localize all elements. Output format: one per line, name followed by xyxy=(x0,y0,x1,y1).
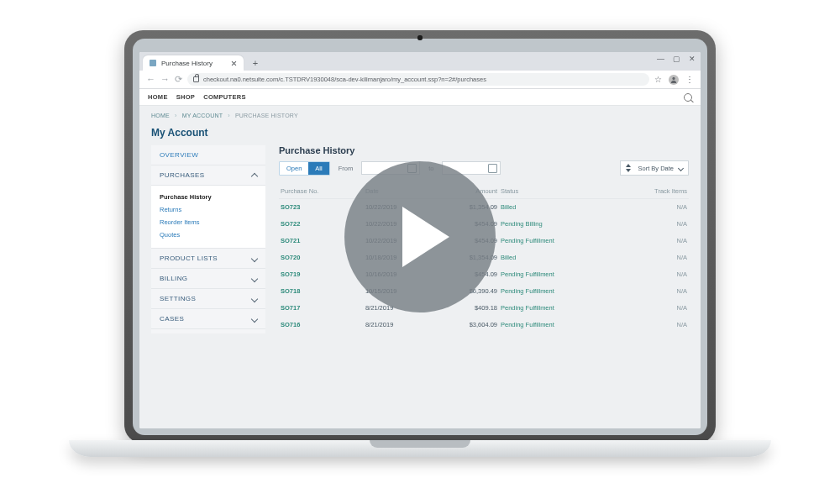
cell-track: N/A xyxy=(615,317,689,333)
cell-status: Pending Fulfillment xyxy=(499,317,615,333)
nav-forward-icon[interactable]: → xyxy=(160,74,170,85)
profile-avatar-icon[interactable] xyxy=(669,75,679,85)
sidebar-sub-reorder[interactable]: Reorder Items xyxy=(160,216,257,228)
crumb-current: PURCHASE HISTORY xyxy=(235,113,298,118)
nav-back-icon[interactable]: ← xyxy=(146,74,155,85)
sidebar-item-label: PURCHASES xyxy=(160,171,204,179)
nav-item-computers[interactable]: COMPUTERS xyxy=(203,93,246,101)
nav-reload-icon[interactable]: ⟳ xyxy=(175,74,182,85)
cell-status: Pending Fulfillment xyxy=(499,283,615,300)
tab-title: Purchase History xyxy=(161,60,213,67)
sidebar-item-overview[interactable]: OVERVIEW xyxy=(151,145,265,165)
cell-status: Pending Billing xyxy=(499,216,615,233)
filter-toggle: Open All xyxy=(279,161,330,176)
filter-all-button[interactable]: All xyxy=(308,162,328,175)
sidebar-item-label: BILLING xyxy=(160,275,187,282)
tab-favicon xyxy=(150,60,156,66)
browser-tab[interactable]: Purchase History xyxy=(143,55,244,71)
browser-tabstrip: Purchase History + — ▢ ✕ xyxy=(139,52,701,71)
account-sidebar: OVERVIEW PURCHASES Purchase History Retu… xyxy=(151,145,265,333)
cell-status: Pending Fulfillment xyxy=(499,233,615,249)
crumb-account[interactable]: MY ACCOUNT xyxy=(182,113,223,118)
sidebar-item-billing[interactable]: BILLING xyxy=(151,269,265,289)
sidebar-item-purchases[interactable]: PURCHASES xyxy=(151,165,265,186)
sidebar-item-label: PRODUCT LISTS xyxy=(160,255,218,262)
cell-track: N/A xyxy=(615,283,689,300)
site-navbar: HOME SHOP COMPUTERS xyxy=(139,89,701,106)
cell-purchase-no[interactable]: SO716 xyxy=(279,317,364,333)
nav-item-home[interactable]: HOME xyxy=(148,93,168,101)
page-title: My Account xyxy=(139,122,701,145)
cell-amount: $3,604.09 xyxy=(435,317,499,333)
cell-status: Pending Fulfillment xyxy=(499,300,615,317)
filter-open-button[interactable]: Open xyxy=(280,162,308,175)
chevron-up-icon xyxy=(251,173,258,180)
url-text: checkout.na0.netsuite.com/c.TSTDRV193004… xyxy=(203,76,486,83)
chevron-down-icon xyxy=(251,315,258,322)
sidebar-item-cases[interactable]: CASES xyxy=(151,309,265,329)
col-status[interactable]: Status xyxy=(499,184,615,199)
window-close-icon[interactable]: ✕ xyxy=(689,55,696,63)
chevron-down-icon xyxy=(251,275,258,281)
sort-label: Sort By Date xyxy=(638,165,674,172)
svg-point-0 xyxy=(672,76,675,79)
star-icon[interactable]: ☆ xyxy=(654,75,662,84)
cell-track: N/A xyxy=(615,300,689,317)
main-heading: Purchase History xyxy=(279,145,689,155)
cell-purchase-no[interactable]: SO718 xyxy=(279,283,364,300)
cell-status: Billed xyxy=(499,249,615,266)
chevron-down-icon xyxy=(251,295,258,302)
cell-status: Pending Fulfillment xyxy=(499,266,615,283)
window-minimize-icon[interactable]: — xyxy=(657,55,664,63)
sidebar-sub-quotes[interactable]: Quotes xyxy=(160,228,257,241)
laptop-notch xyxy=(370,440,470,448)
browser-menu-icon[interactable]: ⋮ xyxy=(685,75,694,84)
address-bar[interactable]: checkout.na0.netsuite.com/c.TSTDRV193004… xyxy=(187,73,649,86)
cell-purchase-no[interactable]: SO717 xyxy=(279,300,364,317)
breadcrumb: HOME › MY ACCOUNT › PURCHASE HISTORY xyxy=(139,106,701,122)
close-tab-icon[interactable] xyxy=(231,60,237,66)
sidebar-item-label: OVERVIEW xyxy=(160,151,198,159)
sort-arrows-icon xyxy=(626,164,633,172)
cell-status: Billed xyxy=(499,199,615,216)
lock-icon xyxy=(193,76,199,82)
table-row[interactable]: SO7168/21/2019$3,604.09Pending Fulfillme… xyxy=(279,317,689,333)
cell-track: N/A xyxy=(615,216,689,233)
new-tab-button[interactable]: + xyxy=(249,57,262,71)
table-row[interactable]: SO71810/15/2019$6,390.49Pending Fulfillm… xyxy=(279,283,689,300)
browser-toolbar: ← → ⟳ checkout.na0.netsuite.com/c.TSTDRV… xyxy=(139,71,701,89)
cell-track: N/A xyxy=(615,249,689,266)
chevron-down-icon xyxy=(678,165,684,171)
cell-date: 8/21/2019 xyxy=(364,317,435,333)
sidebar-item-settings[interactable]: SETTINGS xyxy=(151,289,265,309)
col-track[interactable]: Track Items xyxy=(615,184,689,199)
sort-dropdown[interactable]: Sort By Date xyxy=(620,160,689,176)
col-purchase-no[interactable]: Purchase No. xyxy=(279,184,364,199)
search-icon[interactable] xyxy=(684,93,692,102)
sidebar-item-label: SETTINGS xyxy=(160,295,196,302)
chevron-down-icon xyxy=(251,255,258,261)
sidebar-item-label: CASES xyxy=(160,315,184,323)
cell-track: N/A xyxy=(615,266,689,283)
cell-track: N/A xyxy=(615,233,689,249)
laptop-camera xyxy=(417,35,423,40)
sidebar-sub-purchase-history[interactable]: Purchase History xyxy=(160,191,257,203)
sidebar-item-product-lists[interactable]: PRODUCT LISTS xyxy=(151,249,265,269)
sidebar-sub-returns[interactable]: Returns xyxy=(160,203,257,216)
window-maximize-icon[interactable]: ▢ xyxy=(673,55,680,63)
play-button-overlay[interactable] xyxy=(344,161,496,312)
from-label: From xyxy=(339,165,354,172)
cell-track: N/A xyxy=(615,199,689,216)
crumb-home[interactable]: HOME xyxy=(151,113,170,118)
table-row[interactable]: SO7178/21/2019$409.18Pending Fulfillment… xyxy=(279,300,689,317)
nav-item-shop[interactable]: SHOP xyxy=(176,93,195,101)
